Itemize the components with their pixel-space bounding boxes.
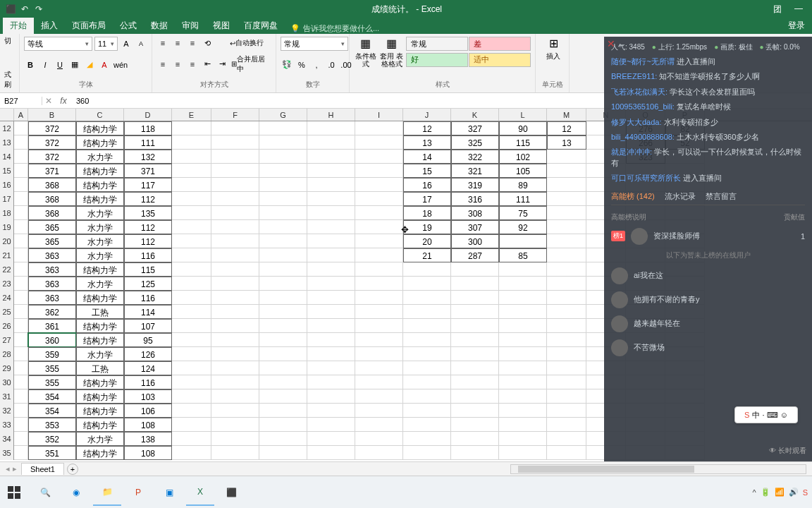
align-center-icon[interactable]: ≡ [171, 58, 184, 71]
window-extra-icon[interactable]: 团 [773, 4, 782, 16]
cell[interactable] [403, 305, 451, 319]
cell[interactable] [307, 291, 355, 305]
cell[interactable] [14, 234, 28, 248]
cell[interactable]: 368 [28, 206, 76, 220]
cell[interactable] [14, 375, 28, 389]
align-mid-icon[interactable]: ≡ [171, 37, 184, 49]
cell[interactable] [547, 262, 586, 277]
qat-save-icon[interactable]: ⬛ [6, 4, 16, 14]
cell[interactable]: 75 [499, 206, 547, 220]
merge-button[interactable]: ⊞ 合并后居中 [230, 58, 271, 71]
cell[interactable] [172, 291, 211, 305]
cell[interactable] [14, 333, 28, 347]
cell[interactable] [355, 248, 403, 262]
row-header[interactable]: 13 [0, 135, 14, 150]
cell[interactable] [451, 446, 499, 460]
cell[interactable] [14, 347, 28, 361]
cell[interactable]: 372 [28, 150, 76, 164]
align-left-icon[interactable]: ≡ [156, 58, 169, 71]
tray-sound-icon[interactable]: 🔊 [789, 488, 799, 497]
cell[interactable] [403, 446, 451, 460]
col-header[interactable] [0, 109, 14, 121]
overlay-tab-msg[interactable]: 禁言留言 [706, 191, 737, 202]
cell[interactable]: 21 [403, 248, 451, 262]
cell[interactable] [14, 206, 28, 220]
cell[interactable] [403, 319, 451, 333]
cell[interactable] [259, 375, 307, 389]
cell[interactable] [403, 291, 451, 305]
overlay-tab-rank[interactable]: 高能榜 (142) [611, 191, 655, 202]
cell[interactable] [403, 262, 451, 277]
row-header[interactable]: 34 [0, 432, 14, 446]
tray-ime-icon[interactable]: S [803, 488, 808, 497]
cell[interactable] [307, 432, 355, 446]
cell[interactable] [307, 277, 355, 291]
row-header[interactable]: 26 [0, 319, 14, 333]
cell[interactable]: 结构力学 [76, 389, 124, 404]
percent-icon[interactable]: % [295, 59, 308, 71]
cell[interactable] [355, 164, 403, 178]
cell[interactable]: 138 [124, 432, 172, 446]
cell[interactable] [211, 375, 259, 389]
cell[interactable]: 108 [124, 446, 172, 460]
cell[interactable]: 325 [451, 135, 499, 150]
cell[interactable]: 118 [124, 121, 172, 135]
row-header[interactable]: 12 [0, 121, 14, 135]
cell[interactable] [547, 164, 586, 178]
cell[interactable]: 116 [124, 375, 172, 389]
cell[interactable] [403, 277, 451, 291]
cell[interactable]: 14 [403, 150, 451, 164]
row-header[interactable]: 31 [0, 389, 14, 404]
cell[interactable]: 水力学 [76, 150, 124, 164]
col-header[interactable]: B [28, 109, 76, 121]
cell[interactable] [307, 262, 355, 277]
cell[interactable]: 354 [28, 389, 76, 404]
cell[interactable] [259, 291, 307, 305]
cell[interactable] [259, 432, 307, 446]
align-right-icon[interactable]: ≡ [186, 58, 199, 71]
cell[interactable] [307, 234, 355, 248]
row-header[interactable]: 30 [0, 375, 14, 389]
cell[interactable] [451, 389, 499, 404]
cell[interactable] [211, 164, 259, 178]
cell[interactable] [14, 164, 28, 178]
cell[interactable] [14, 135, 28, 150]
cell[interactable]: 360 [28, 333, 76, 347]
cell[interactable]: 结构力学 [76, 164, 124, 178]
cell[interactable] [259, 164, 307, 178]
cell[interactable] [14, 248, 28, 262]
cell[interactable] [14, 319, 28, 333]
cell[interactable] [499, 389, 547, 404]
cell[interactable]: 125 [124, 277, 172, 291]
col-header[interactable]: K [451, 109, 499, 121]
col-header[interactable]: J [403, 109, 451, 121]
cell[interactable] [355, 277, 403, 291]
cell[interactable]: 16 [403, 178, 451, 192]
overlay-tab-flow[interactable]: 流水记录 [665, 191, 696, 202]
cell[interactable]: 351 [28, 446, 76, 460]
cell[interactable] [307, 418, 355, 432]
cell[interactable] [172, 347, 211, 361]
cell[interactable] [355, 389, 403, 404]
cell[interactable]: 工热 [76, 305, 124, 319]
cell[interactable] [499, 404, 547, 418]
explorer-icon[interactable]: 📁 [93, 479, 121, 506]
font-color-button[interactable]: A [98, 59, 111, 71]
align-top-icon[interactable]: ≡ [156, 37, 169, 49]
cell[interactable]: 112 [124, 234, 172, 248]
cell[interactable]: 126 [124, 347, 172, 361]
insert-cells-button[interactable]: ⊞插入 [540, 37, 567, 60]
cell[interactable]: 354 [28, 404, 76, 418]
cell[interactable] [211, 446, 259, 460]
cell[interactable]: 结构力学 [76, 319, 124, 333]
cell[interactable] [14, 389, 28, 404]
cell[interactable] [259, 150, 307, 164]
cell[interactable] [547, 178, 586, 192]
col-header[interactable]: F [211, 109, 259, 121]
tab-baidu[interactable]: 百度网盘 [237, 18, 285, 34]
cell[interactable]: 368 [28, 178, 76, 192]
cell[interactable]: 12 [547, 121, 586, 135]
cell[interactable] [211, 305, 259, 319]
cell[interactable]: 372 [28, 121, 76, 135]
cell[interactable] [499, 262, 547, 277]
